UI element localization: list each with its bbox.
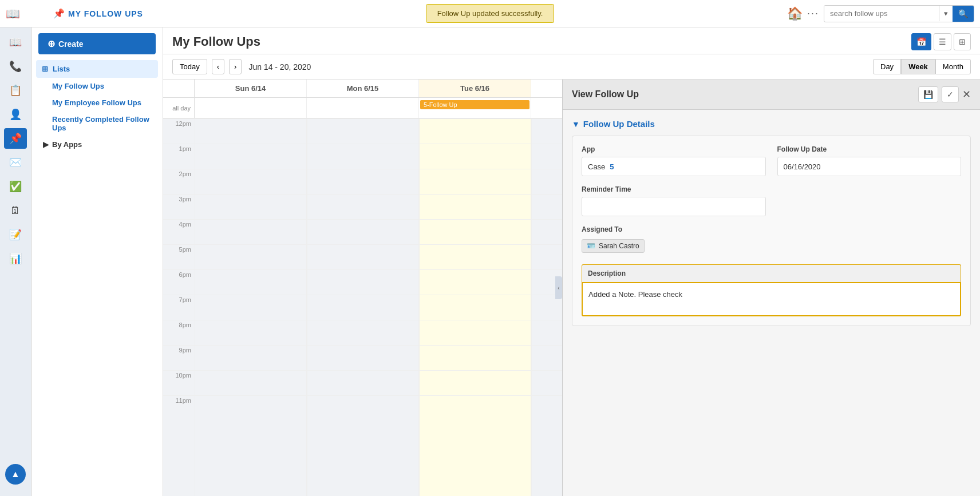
- toggle-arrow-icon[interactable]: ▼: [572, 120, 580, 129]
- slot-7pm: 7pm: [163, 295, 195, 320]
- followup-date-field: 06/16/2020: [777, 157, 962, 176]
- sun-slot-4: [195, 219, 306, 244]
- allday-tue[interactable]: 5-Follow Up: [419, 98, 531, 118]
- success-toast: Follow Up updated successfully.: [426, 4, 554, 23]
- view-toggle: 📅 ☰ ⊞: [911, 33, 971, 50]
- sidebar-check-icon[interactable]: ✅: [4, 176, 27, 197]
- mon-slot: [307, 169, 418, 194]
- sun-slot-1: [195, 144, 306, 169]
- mon-slot: [307, 219, 418, 244]
- search-button[interactable]: 🔍: [953, 6, 974, 22]
- today-button[interactable]: Today: [172, 59, 207, 74]
- sidebar-list-icon[interactable]: 📋: [4, 80, 27, 101]
- home-button[interactable]: 🏠: [787, 6, 803, 21]
- time-label-col: 12pm 1pm 2pm 3pm 4pm 5pm 6pm 7pm 8pm 9pm…: [163, 118, 195, 496]
- sun-slot-12: [195, 118, 306, 144]
- calendar-view-button[interactable]: 📅: [911, 33, 931, 50]
- check-action-button[interactable]: ✓: [942, 86, 959, 102]
- date-range: Jun 14 - 20, 2020: [248, 62, 311, 72]
- sidebar-contact-icon[interactable]: 👤: [4, 104, 27, 125]
- week-view-button[interactable]: Week: [901, 59, 935, 74]
- scroll-up-button[interactable]: ▲: [5, 464, 26, 485]
- tue-slot: [420, 144, 531, 169]
- month-view-button[interactable]: Month: [935, 59, 971, 74]
- slot-10pm: 10pm: [163, 370, 195, 395]
- my-employee-follow-ups-link[interactable]: My Employee Follow Ups: [36, 94, 158, 111]
- collapse-handle[interactable]: ‹: [555, 276, 562, 299]
- calendar-wrapper: Sun 6/14 Mon 6/15 Tue 6/16 Wed 6/17 Thu …: [163, 80, 980, 496]
- view-type-buttons: Day Week Month: [873, 59, 971, 74]
- my-follow-ups-link[interactable]: My Follow Ups: [36, 78, 158, 94]
- tue-slot: [420, 370, 531, 395]
- reminder-label: Reminder Time: [582, 185, 766, 193]
- next-button[interactable]: ›: [229, 59, 242, 74]
- main-layout: 📖 📞 📋 👤 📌 ✉️ ✅ 🗓 📝 📊 ▲ ⊕ Create ⊞ Lists …: [0, 27, 980, 496]
- slot-4pm: 4pm: [163, 219, 195, 244]
- followup-event[interactable]: 5-Follow Up: [420, 100, 529, 109]
- followup-date-group: Follow Up Date 06/16/2020: [777, 145, 962, 176]
- sidebar-book-icon[interactable]: 📖: [4, 32, 27, 53]
- by-apps-label: By Apps: [52, 140, 82, 149]
- allday-mon: [307, 98, 419, 118]
- sidebar-calendar-icon[interactable]: 🗓: [4, 200, 27, 221]
- sidebar-email-icon[interactable]: ✉️: [4, 152, 27, 173]
- list-view-button[interactable]: ☰: [934, 33, 951, 50]
- assigned-field: 🪪 Sarah Castro: [582, 237, 961, 255]
- sidebar-phone-icon[interactable]: 📞: [4, 56, 27, 77]
- description-content[interactable]: Added a Note. Please check: [582, 282, 961, 316]
- form-card: App Case 5 Follow Up Date 06/16/2020: [572, 136, 971, 326]
- slot-1pm: 1pm: [163, 144, 195, 169]
- recently-completed-link[interactable]: Recently Completed Follow Ups: [36, 111, 158, 136]
- mon-slot: [307, 144, 418, 169]
- assigned-group: Assigned To 🪪 Sarah Castro: [582, 225, 961, 255]
- time-col-header: [163, 80, 195, 97]
- mon-col[interactable]: [307, 118, 419, 496]
- day-view-button[interactable]: Day: [873, 59, 901, 74]
- sidebar-note-icon[interactable]: 📝: [4, 224, 27, 245]
- sun-header: Sun 6/14: [195, 80, 307, 97]
- create-button[interactable]: ⊕ Create: [38, 33, 156, 54]
- sidebar-chart-icon[interactable]: 📊: [4, 248, 27, 269]
- slot-3pm: 3pm: [163, 194, 195, 219]
- assigned-label: Assigned To: [582, 225, 961, 233]
- create-label: Create: [58, 39, 84, 49]
- mon-slot: [307, 194, 418, 219]
- assigned-name: Sarah Castro: [599, 242, 639, 250]
- more-button[interactable]: ···: [807, 7, 819, 19]
- tue-slot: [420, 395, 531, 420]
- tue-slot: [420, 345, 531, 370]
- by-apps-item[interactable]: ▶ By Apps: [36, 136, 158, 153]
- app-value: Case: [588, 162, 605, 171]
- tue-slot: [420, 194, 531, 219]
- reminder-field[interactable]: [582, 197, 766, 216]
- mon-slot: [307, 244, 418, 269]
- plus-circle-icon: ⊕: [48, 38, 55, 49]
- save-action-button[interactable]: 💾: [918, 86, 938, 102]
- top-nav: 📖 📌 MY FOLLOW UPS Follow Up updated succ…: [0, 0, 980, 27]
- left-panel: ⊕ Create ⊞ Lists My Follow Ups My Employ…: [31, 27, 163, 496]
- app-field: Case 5: [582, 157, 766, 176]
- search-input[interactable]: [824, 6, 939, 21]
- chevron-right-icon: ▶: [43, 140, 49, 149]
- grid-view-button[interactable]: ⊞: [954, 33, 971, 50]
- app-link-value[interactable]: 5: [610, 162, 614, 171]
- mon-slot: [307, 118, 418, 144]
- slot-12pm: 12pm: [163, 118, 195, 144]
- app-date-row: App Case 5 Follow Up Date 06/16/2020: [582, 145, 961, 176]
- user-card-icon: 🪪: [587, 242, 595, 250]
- sun-col[interactable]: [195, 118, 307, 496]
- search-dropdown-arrow[interactable]: ▾: [939, 6, 953, 21]
- slot-11pm: 11pm: [163, 395, 195, 420]
- panel-header: View Follow Up 💾 ✓ ✕: [563, 80, 980, 110]
- main-content: My Follow Ups 📅 ☰ ⊞ Today ‹ › Jun 14 - 2…: [163, 27, 980, 496]
- sidebar-pin-icon[interactable]: 📌: [4, 128, 27, 149]
- followup-date-label: Follow Up Date: [777, 145, 962, 153]
- prev-button[interactable]: ‹: [212, 59, 224, 74]
- grid-icon: ⊞: [42, 65, 48, 73]
- tue-col[interactable]: [419, 118, 531, 496]
- panel-title: View Follow Up: [572, 89, 639, 100]
- panel-close-button[interactable]: ✕: [962, 88, 971, 101]
- lists-item[interactable]: ⊞ Lists: [36, 60, 158, 78]
- calendar-toolbar: Today ‹ › Jun 14 - 20, 2020 Day Week Mon…: [163, 54, 980, 80]
- book-nav-icon[interactable]: 📖: [6, 7, 20, 21]
